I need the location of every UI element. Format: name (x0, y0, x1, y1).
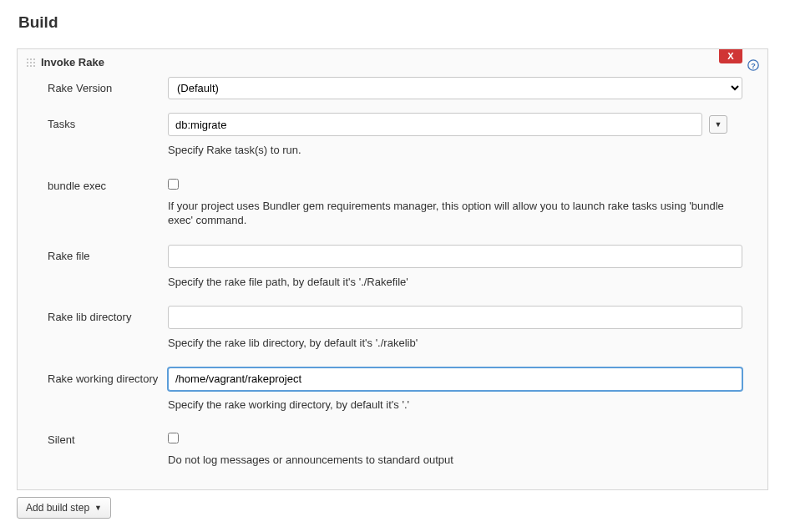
add-build-step-button[interactable]: Add build step ▼ (17, 497, 111, 519)
build-step-panel: X ? Invoke Rake Rake (17, 48, 768, 490)
svg-point-10 (33, 65, 35, 67)
rake-file-label: Rake file (48, 245, 168, 262)
bundle-exec-help: If your project uses Bundler gem require… (168, 199, 742, 228)
svg-point-6 (30, 62, 32, 63)
rake-working-dir-label: Rake working directory (48, 367, 168, 385)
tasks-label: Tasks (48, 113, 168, 130)
rake-working-dir-help: Specify the rake working directory, by d… (168, 398, 742, 413)
section-title-build: Build (18, 13, 768, 32)
svg-point-5 (27, 62, 28, 63)
rake-version-label: Rake Version (48, 77, 168, 94)
silent-checkbox[interactable] (168, 433, 179, 443)
rake-lib-dir-input[interactable] (168, 306, 742, 329)
svg-point-9 (30, 65, 32, 67)
bundle-exec-checkbox[interactable] (168, 179, 179, 190)
rake-version-select[interactable]: (Default) (168, 77, 742, 99)
tasks-help: Specify Rake task(s) to run. (168, 143, 742, 158)
silent-label: Silent (48, 428, 168, 446)
add-build-step-label: Add build step (26, 502, 89, 514)
svg-point-4 (33, 58, 35, 60)
drag-handle-icon[interactable] (26, 58, 36, 68)
chevron-down-icon: ▼ (94, 504, 102, 512)
silent-help: Do not log messages or announcements to … (168, 453, 742, 468)
rake-lib-dir-help: Specify the rake lib directory, by defau… (168, 336, 742, 351)
svg-point-2 (27, 58, 28, 60)
rake-file-input[interactable] (168, 245, 742, 268)
chevron-down-icon: ▼ (715, 120, 722, 129)
build-step-title: Invoke Rake (41, 56, 104, 68)
svg-point-8 (27, 65, 28, 67)
tasks-input[interactable] (168, 113, 702, 136)
svg-point-7 (33, 62, 35, 63)
bundle-exec-label: bundle exec (48, 175, 168, 192)
rake-working-dir-input[interactable] (168, 367, 742, 391)
svg-point-3 (30, 58, 32, 60)
rake-file-help: Specify the rake file path, by default i… (168, 275, 742, 290)
tasks-dropdown-button[interactable]: ▼ (709, 115, 727, 134)
rake-lib-dir-label: Rake lib directory (48, 306, 168, 323)
